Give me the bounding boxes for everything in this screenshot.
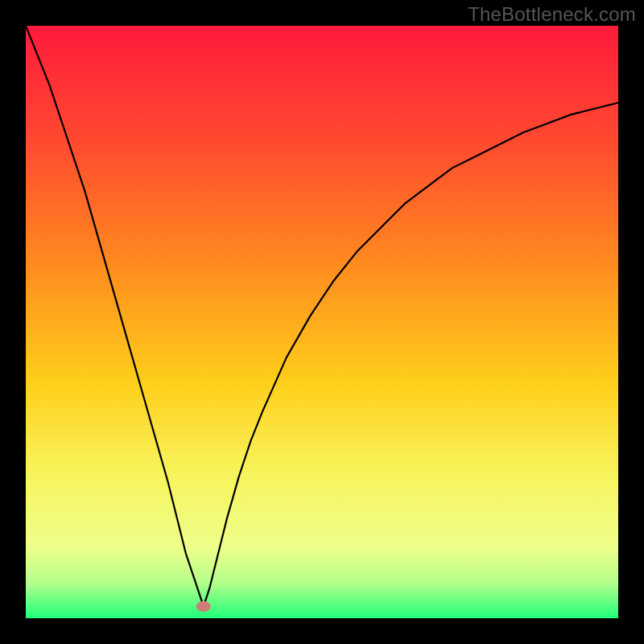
watermark-text: TheBottleneck.com [468, 3, 636, 26]
chart-frame: TheBottleneck.com [0, 0, 644, 644]
minimum-marker [196, 601, 211, 612]
chart-background [26, 26, 618, 618]
plot-area [26, 26, 618, 618]
chart-svg [26, 26, 618, 618]
